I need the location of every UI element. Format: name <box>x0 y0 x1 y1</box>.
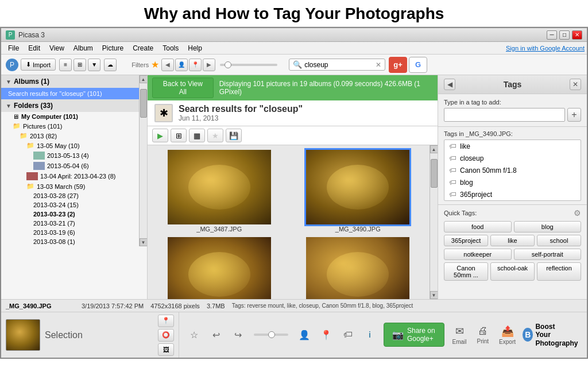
tree-item-0328[interactable]: 2013-03-28 (27) <box>1 191 139 200</box>
tree-item-may[interactable]: 📁 13-05 May (10) <box>1 141 139 150</box>
tree-item-2013[interactable]: 📁 2013 (82) <box>1 131 139 141</box>
scroll-down-btn[interactable]: ▼ <box>140 238 148 246</box>
photo-thumb-4[interactable] <box>306 237 409 299</box>
tree-item-0321[interactable]: 2013-03-21 (7) <box>1 219 139 228</box>
tree-item-0308[interactable]: 2013-03-08 (1) <box>1 237 139 246</box>
import-button[interactable]: ⬇ Import <box>21 59 56 71</box>
tree-item-0324[interactable]: 2013-03-24 (15) <box>1 200 139 210</box>
filter-next-btn[interactable]: ▶ <box>203 59 215 71</box>
quick-tag-reflection[interactable]: reflection <box>537 262 581 281</box>
filter-people-btn[interactable]: 👤 <box>175 59 188 71</box>
email-button[interactable]: ✉ Email <box>449 323 470 347</box>
share-google-button[interactable]: 📷 Share on Google+ <box>384 323 444 347</box>
location-button[interactable]: 📍 <box>317 326 335 344</box>
filmstrip-btn[interactable]: ▦ <box>189 129 205 142</box>
filter-slider-thumb[interactable] <box>225 61 231 68</box>
menu-help[interactable]: Help <box>183 43 207 53</box>
search-clear-button[interactable]: ✕ <box>376 61 381 69</box>
menu-edit[interactable]: Edit <box>24 43 45 53</box>
tag-item-blog[interactable]: 🏷 blog <box>444 176 581 188</box>
quick-tag-self-portrait[interactable]: self-portrait <box>514 249 582 260</box>
tags-collapse-left-button[interactable]: ◀ <box>444 79 455 90</box>
pin-button[interactable]: 📍 <box>158 315 174 327</box>
photo-item-1[interactable]: _MG_3487.JPG <box>152 150 287 232</box>
view-dropdown-btn[interactable]: ▼ <box>88 59 100 71</box>
tag-add-button[interactable]: + <box>567 108 581 122</box>
tree-item-march[interactable]: 📁 13-03 March (59) <box>1 181 139 191</box>
zoom-slider[interactable] <box>254 334 288 336</box>
computer-item[interactable]: 🖥 My Computer (101) <box>1 112 139 121</box>
quick-tags-gear-icon[interactable]: ⚙ <box>574 208 581 218</box>
photo-scroll-thumb[interactable] <box>431 159 438 188</box>
tree-item-0504[interactable]: 2013-05-04 (6) <box>1 161 139 171</box>
menu-album[interactable]: Album <box>69 43 98 53</box>
print-button[interactable]: 🖨 Print <box>474 323 493 347</box>
bottom-thumbnail[interactable] <box>6 319 40 351</box>
google-search-icon[interactable]: G <box>409 57 427 73</box>
star-rate-button[interactable]: ☆ <box>185 326 203 344</box>
back-to-view-all-button[interactable]: Back to View All <box>152 78 214 98</box>
photo-scroll-track[interactable] <box>430 153 438 291</box>
tag-list[interactable]: 🏷 like 🏷 closeup 🏷 Canon 50mm f/1.8 🏷 bl… <box>444 140 581 201</box>
photo-item-4[interactable] <box>291 237 425 299</box>
albums-section-header[interactable]: ▼ Albums (1) <box>1 75 139 88</box>
photo-grid[interactable]: _MG_3487.JPG _MG_3490.JPG <box>148 145 430 299</box>
quick-tag-like[interactable]: like <box>490 235 535 246</box>
folders-section-header[interactable]: ▼ Folders (33) <box>1 99 139 112</box>
quick-tag-blog[interactable]: blog <box>514 221 582 232</box>
photo-grid-scrollbar[interactable]: ▲ ▼ <box>430 145 438 299</box>
search-input[interactable] <box>304 61 373 69</box>
quick-tag-school[interactable]: school <box>537 235 581 246</box>
photo-item-2[interactable]: _MG_3490.JPG <box>291 150 425 232</box>
tree-item-0319[interactable]: 2013-03-19 (6) <box>1 228 139 237</box>
grid-thumb-btn[interactable]: ⊞ <box>171 129 187 142</box>
upload-btn[interactable]: ☁ <box>104 59 117 71</box>
scroll-thumb[interactable] <box>140 89 147 118</box>
tree-item-0323[interactable]: 2013-03-23 (2) <box>1 210 139 219</box>
scroll-track[interactable] <box>140 83 148 238</box>
tag-item-closeup[interactable]: 🏷 closeup <box>444 152 581 164</box>
menu-tools[interactable]: Tools <box>158 43 183 53</box>
tag-item-365project[interactable]: 🏷 365project <box>444 188 581 200</box>
info-button[interactable]: i <box>361 326 379 344</box>
person-button[interactable]: 👤 <box>295 326 314 344</box>
menu-view[interactable]: View <box>45 43 69 53</box>
star-btn[interactable]: ★ <box>207 129 223 142</box>
photo-scroll-down[interactable]: ▼ <box>430 291 438 299</box>
photo-item-3[interactable] <box>152 237 287 299</box>
photo-thumb-2[interactable] <box>306 150 409 224</box>
quick-tag-school-oak[interactable]: school-oak <box>490 262 535 281</box>
left-panel-scroll[interactable]: ▼ Albums (1) Search results for "closeup… <box>1 75 139 246</box>
save-btn[interactable]: 💾 <box>226 129 242 142</box>
google-plus-button[interactable]: g+ <box>389 57 407 73</box>
left-panel-scrollbar[interactable]: ▲ ▼ <box>139 75 147 246</box>
tags-close-button[interactable]: ✕ <box>570 79 581 90</box>
menu-file[interactable]: File <box>3 43 24 53</box>
list-view-btn[interactable]: ≡ <box>59 59 72 71</box>
photo-scroll-up[interactable]: ▲ <box>430 145 438 153</box>
tree-item-april[interactable]: 13-04 April: 2013-04-23 (8) <box>1 171 139 181</box>
quick-tag-365project[interactable]: 365project <box>444 235 488 246</box>
photo-thumb-3[interactable] <box>168 237 271 299</box>
tree-item-pictures[interactable]: 📁 Pictures (101) <box>1 121 139 131</box>
filter-geo-btn[interactable]: 📍 <box>189 59 202 71</box>
menu-create[interactable]: Create <box>128 43 158 53</box>
export-button[interactable]: 📤 Export <box>496 323 519 347</box>
tag-item-like[interactable]: 🏷 like <box>444 140 581 152</box>
circle-button[interactable]: ⭕ <box>158 329 174 342</box>
filter-star-icon[interactable]: ★ <box>151 59 159 70</box>
minimize-button[interactable]: ─ <box>547 30 557 40</box>
grid-view-btn[interactable]: ⊞ <box>74 59 86 71</box>
filter-slider-track[interactable] <box>220 64 277 66</box>
sign-in-link[interactable]: Sign in with Google Account <box>506 45 585 52</box>
close-button[interactable]: ✕ <box>572 30 582 40</box>
photo-button[interactable]: 🖼 <box>158 343 174 356</box>
tag-item-canon[interactable]: 🏷 Canon 50mm f/1.8 <box>444 164 581 176</box>
quick-tag-food[interactable]: food <box>444 221 512 232</box>
zoom-thumb[interactable] <box>268 331 275 338</box>
scroll-up-btn[interactable]: ▲ <box>140 75 148 83</box>
tag-button[interactable]: 🏷 <box>339 326 357 344</box>
tag-input-field[interactable] <box>444 108 565 122</box>
search-result-item[interactable]: Search results for "closeup" (101) <box>1 88 139 99</box>
photo-thumb-1[interactable] <box>168 150 271 224</box>
